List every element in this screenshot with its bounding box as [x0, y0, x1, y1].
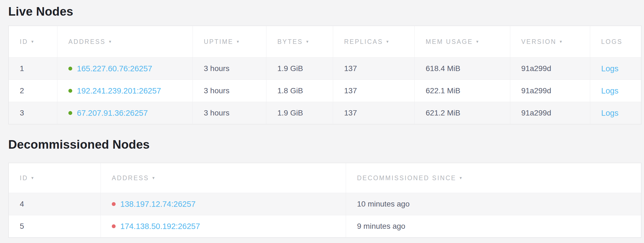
- decommissioned-since-cell: 10 minutes ago: [346, 193, 641, 215]
- node-address-link[interactable]: 138.197.12.74:26257: [120, 200, 196, 208]
- node-replicas-cell: 137: [333, 80, 415, 102]
- decommissioned-status-dot-icon: [112, 202, 116, 206]
- column-header-label: ADDRESS: [68, 38, 106, 45]
- node-id-cell: 5: [9, 215, 101, 237]
- node-bytes-cell: 1.8 GiB: [266, 80, 333, 102]
- live-nodes-header-row: ID▾ ADDRESS▾ UPTIME▾ BYTES▾ REPLICAS▾ ME…: [9, 26, 641, 58]
- column-header-logs: LOGS: [590, 26, 641, 58]
- node-id-cell: 2: [9, 80, 57, 102]
- table-row: 4 138.197.12.74:26257 10 minutes ago: [9, 193, 641, 215]
- sort-arrow-icon: ▾: [386, 39, 389, 44]
- column-header-label: ID: [20, 38, 28, 45]
- sort-arrow-icon: ▾: [237, 39, 239, 44]
- node-logs-cell: Logs: [590, 58, 641, 80]
- node-version-cell: 91a299d: [510, 102, 590, 124]
- node-logs-link[interactable]: Logs: [601, 64, 618, 73]
- table-row: 2 192.241.239.201:26257 3 hours 1.8 GiB …: [9, 80, 641, 102]
- column-header-label: MEM USAGE: [426, 38, 473, 45]
- sort-arrow-icon: ▾: [459, 176, 462, 180]
- node-logs-link[interactable]: Logs: [601, 86, 618, 95]
- sort-arrow-icon: ▾: [476, 39, 478, 44]
- node-address-cell: 192.241.239.201:26257: [57, 80, 193, 102]
- column-header-replicas[interactable]: REPLICAS▾: [333, 26, 415, 58]
- column-header-label: LOGS: [601, 38, 623, 45]
- column-header-label: UPTIME: [204, 38, 233, 45]
- live-status-dot-icon: [68, 89, 72, 93]
- node-version-cell: 91a299d: [510, 58, 590, 80]
- column-header-version[interactable]: VERSION▾: [510, 26, 590, 58]
- node-version-cell: 91a299d: [510, 80, 590, 102]
- column-header-label: ID: [20, 174, 28, 182]
- decommissioned-status-dot-icon: [112, 224, 116, 228]
- node-logs-link[interactable]: Logs: [601, 109, 618, 117]
- sort-arrow-icon: ▾: [109, 39, 111, 44]
- node-address-link[interactable]: 192.241.239.201:26257: [77, 86, 161, 95]
- column-header-uptime[interactable]: UPTIME▾: [193, 26, 266, 58]
- node-id-cell: 3: [9, 102, 57, 124]
- node-mem-usage-cell: 618.4 MiB: [415, 58, 510, 80]
- column-header-id[interactable]: ID▾: [9, 163, 101, 193]
- column-header-address[interactable]: ADDRESS▾: [101, 163, 346, 193]
- live-nodes-title: Live Nodes: [8, 4, 640, 19]
- node-address-link[interactable]: 174.138.50.192:26257: [120, 222, 200, 231]
- decommissioned-nodes-table: ID▾ ADDRESS▾ DECOMMISSIONED SINCE▾ 4 138…: [8, 163, 642, 238]
- node-address-link[interactable]: 67.207.91.36:26257: [77, 109, 148, 117]
- decommissioned-header-row: ID▾ ADDRESS▾ DECOMMISSIONED SINCE▾: [9, 163, 641, 193]
- node-logs-cell: Logs: [590, 102, 641, 124]
- column-header-label: REPLICAS: [344, 38, 383, 45]
- node-address-cell: 165.227.60.76:26257: [57, 58, 193, 80]
- column-header-label: DECOMMISSIONED SINCE: [357, 174, 456, 182]
- node-bytes-cell: 1.9 GiB: [266, 102, 333, 124]
- live-nodes-table: ID▾ ADDRESS▾ UPTIME▾ BYTES▾ REPLICAS▾ ME…: [8, 26, 642, 125]
- sort-arrow-icon: ▾: [152, 176, 155, 180]
- node-address-link[interactable]: 165.227.60.76:26257: [77, 64, 152, 73]
- sort-arrow-icon: ▾: [31, 176, 34, 180]
- node-address-cell: 174.138.50.192:26257: [101, 215, 346, 237]
- table-row: 1 165.227.60.76:26257 3 hours 1.9 GiB 13…: [9, 58, 641, 80]
- node-id-cell: 4: [9, 193, 101, 215]
- column-header-address[interactable]: ADDRESS▾: [57, 26, 193, 58]
- node-uptime-cell: 3 hours: [193, 102, 266, 124]
- node-mem-usage-cell: 622.1 MiB: [415, 80, 510, 102]
- node-uptime-cell: 3 hours: [193, 58, 266, 80]
- decommissioned-since-cell: 9 minutes ago: [346, 215, 641, 237]
- table-row: 3 67.207.91.36:26257 3 hours 1.9 GiB 137…: [9, 102, 641, 124]
- sort-arrow-icon: ▾: [306, 39, 308, 44]
- column-header-label: VERSION: [521, 38, 556, 45]
- column-header-mem-usage[interactable]: MEM USAGE▾: [415, 26, 510, 58]
- column-header-bytes[interactable]: BYTES▾: [266, 26, 333, 58]
- sort-arrow-icon: ▾: [560, 39, 562, 44]
- node-id-cell: 1: [9, 58, 57, 80]
- live-status-dot-icon: [68, 111, 72, 115]
- node-replicas-cell: 137: [333, 102, 415, 124]
- sort-arrow-icon: ▾: [31, 39, 34, 44]
- column-header-id[interactable]: ID▾: [9, 26, 57, 58]
- column-header-decommissioned-since[interactable]: DECOMMISSIONED SINCE▾: [346, 163, 641, 193]
- node-replicas-cell: 137: [333, 58, 415, 80]
- node-mem-usage-cell: 621.2 MiB: [415, 102, 510, 124]
- column-header-label: BYTES: [277, 38, 303, 45]
- node-logs-cell: Logs: [590, 80, 641, 102]
- decommissioned-nodes-title: Decommissioned Nodes: [8, 137, 640, 152]
- live-status-dot-icon: [68, 67, 72, 70]
- column-header-label: ADDRESS: [112, 174, 149, 182]
- node-address-cell: 67.207.91.36:26257: [57, 102, 193, 124]
- node-address-cell: 138.197.12.74:26257: [101, 193, 346, 215]
- table-row: 5 174.138.50.192:26257 9 minutes ago: [9, 215, 641, 237]
- node-bytes-cell: 1.9 GiB: [266, 58, 333, 80]
- node-uptime-cell: 3 hours: [193, 80, 266, 102]
- nodes-page: Live Nodes ID▾ ADDRESS▾ UPTIME▾ BYTES▾: [0, 0, 644, 238]
